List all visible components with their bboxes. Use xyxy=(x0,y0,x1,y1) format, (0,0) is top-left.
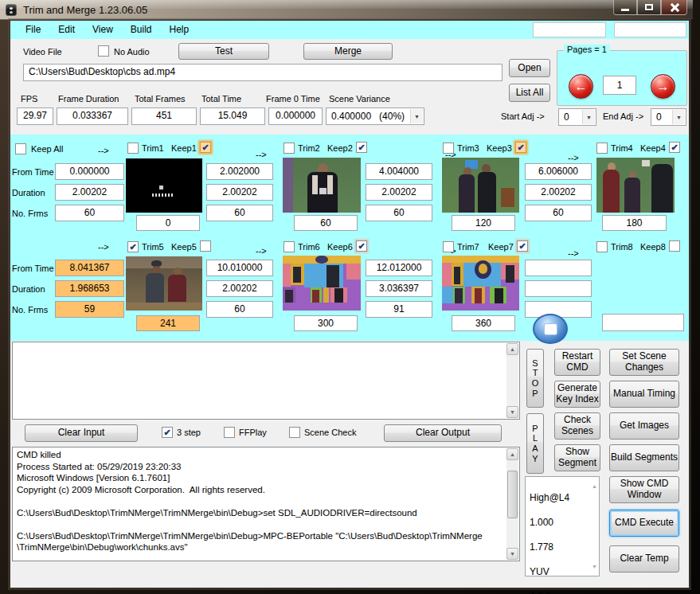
scroll-down-icon[interactable]: ▼ xyxy=(506,406,518,418)
trim4-frames-field[interactable]: 60 xyxy=(525,205,592,221)
input-scrollbar[interactable]: ▲ ▼ xyxy=(506,343,518,418)
keep1-checkbox[interactable]: ✔ xyxy=(200,142,211,153)
trim7-frames-field[interactable]: 91 xyxy=(366,301,432,318)
menu-file[interactable]: File xyxy=(17,21,49,39)
keep6-checkbox[interactable]: ✔ xyxy=(356,240,367,252)
chevron-down-icon[interactable]: ▼ xyxy=(410,109,423,123)
scroll-up-icon[interactable]: ▲ xyxy=(592,480,597,493)
trim5-duration-field[interactable]: 1.968653 xyxy=(55,280,124,297)
trim2-start-frame-field[interactable]: 60 xyxy=(294,215,358,231)
trim1-start-frame-field[interactable]: 0 xyxy=(136,215,200,231)
keep8-checkbox[interactable] xyxy=(669,240,680,252)
trim6-checkbox[interactable] xyxy=(284,241,295,252)
scrollbar-thumb[interactable] xyxy=(507,471,518,518)
three-step-checkbox[interactable]: ✔ xyxy=(162,427,173,438)
trim2-frames-field[interactable]: 60 xyxy=(206,205,273,221)
media-stop-button[interactable] xyxy=(533,314,568,344)
get-images-button[interactable]: Get Images xyxy=(609,412,679,440)
menu-edit[interactable]: Edit xyxy=(49,21,84,39)
set-scene-changes-button[interactable]: Set Scene Changes xyxy=(609,349,679,376)
trim5-start-frame-field[interactable]: 241 xyxy=(136,315,200,331)
menu-field-2[interactable] xyxy=(614,22,686,37)
merge-button[interactable]: Merge xyxy=(303,43,393,60)
end-adj-dropdown[interactable]: 0 ▼ xyxy=(651,108,686,126)
trim6-start-frame-field[interactable]: 300 xyxy=(294,315,358,331)
test-button[interactable]: Test xyxy=(178,43,269,60)
scene-check-checkbox[interactable] xyxy=(289,427,300,438)
menu-field-1[interactable] xyxy=(533,22,606,37)
frame0-time-field[interactable]: 0.000000 xyxy=(268,107,323,125)
keep-all-checkbox[interactable] xyxy=(15,143,26,154)
stop-button[interactable]: S T O P xyxy=(526,349,544,408)
trim3-from-time-field[interactable]: 4.004000 xyxy=(366,163,432,180)
no-audio-checkbox[interactable] xyxy=(98,45,109,57)
trim3-thumbnail[interactable] xyxy=(442,158,519,213)
total-time-field[interactable]: 15.049 xyxy=(200,107,265,125)
output-console[interactable]: CMD killed Process Started at: 05/29/201… xyxy=(12,447,520,561)
frame-duration-field[interactable]: 0.033367 xyxy=(57,107,128,125)
trim5-frames-field[interactable]: 59 xyxy=(55,301,124,318)
minimize-button[interactable] xyxy=(613,0,637,15)
trim8-duration-field[interactable] xyxy=(525,280,592,297)
trim3-duration-field[interactable]: 2.00202 xyxy=(366,184,432,201)
page-number-input[interactable]: 1 xyxy=(603,76,636,95)
trim1-from-time-field[interactable]: 0.000000 xyxy=(55,163,124,180)
trim1-thumbnail[interactable] xyxy=(126,158,202,213)
show-cmd-window-button[interactable]: Show CMD Window xyxy=(609,476,679,503)
restart-cmd-button[interactable]: Restart CMD xyxy=(554,349,600,376)
close-button[interactable] xyxy=(661,0,687,15)
next-page-button[interactable]: → xyxy=(651,74,675,99)
trim4-start-frame-field[interactable]: 180 xyxy=(602,215,667,231)
build-segments-button[interactable]: Build Segments xyxy=(609,444,679,471)
clear-temp-button[interactable]: Clear Temp xyxy=(609,545,679,573)
play-button[interactable]: P L A Y xyxy=(526,413,544,474)
keep3-checkbox[interactable]: ✔ xyxy=(515,142,526,153)
trim7-duration-field[interactable]: 3.036397 xyxy=(366,280,432,297)
trim3-checkbox[interactable] xyxy=(443,143,454,154)
trim4-thumbnail[interactable] xyxy=(596,158,675,213)
menu-help[interactable]: Help xyxy=(161,21,198,39)
start-adj-dropdown[interactable]: 0 ▼ xyxy=(558,108,596,126)
trim1-checkbox[interactable] xyxy=(127,143,139,154)
trim4-checkbox[interactable] xyxy=(596,143,608,154)
keep2-checkbox[interactable]: ✔ xyxy=(356,142,367,153)
trim5-checkbox[interactable]: ✔ xyxy=(127,241,139,252)
ffplay-checkbox[interactable] xyxy=(224,427,235,438)
scroll-up-icon[interactable]: ▲ xyxy=(506,343,518,355)
trim6-thumbnail[interactable] xyxy=(283,256,361,311)
trim2-thumbnail[interactable] xyxy=(283,158,361,213)
trim1-duration-field[interactable]: 2.00202 xyxy=(55,184,124,201)
keep7-checkbox[interactable]: ✔ xyxy=(517,240,528,252)
trim2-checkbox[interactable] xyxy=(284,143,295,154)
clear-output-button[interactable]: Clear Output xyxy=(384,424,502,442)
fps-field[interactable]: 29.97 xyxy=(17,107,53,125)
trim6-from-time-field[interactable]: 10.010000 xyxy=(206,260,273,276)
trim7-thumbnail[interactable] xyxy=(442,256,519,311)
scroll-down-icon[interactable]: ▼ xyxy=(506,548,518,560)
trim7-checkbox[interactable] xyxy=(443,241,454,252)
scroll-down-icon[interactable]: ▼ xyxy=(592,561,597,573)
trim7-from-time-field[interactable]: 12.012000 xyxy=(366,260,432,276)
maximize-button[interactable] xyxy=(637,0,661,15)
video-file-path-input[interactable]: C:\Users\Bud\Desktop\cbs ad.mp4 xyxy=(23,64,503,81)
open-button[interactable]: Open xyxy=(509,59,550,77)
clear-input-button[interactable]: Clear Input xyxy=(25,424,138,442)
trim5-from-time-field[interactable]: 8.041367 xyxy=(55,260,124,276)
keep4-checkbox[interactable]: ✔ xyxy=(669,142,680,153)
scroll-up-icon[interactable]: ▲ xyxy=(506,448,518,460)
menu-view[interactable]: View xyxy=(84,21,122,39)
chevron-down-icon[interactable]: ▼ xyxy=(672,110,685,124)
scene-variance-dropdown[interactable]: 0.400000 (40%) ▼ xyxy=(326,107,424,125)
trim6-frames-field[interactable]: 60 xyxy=(206,301,273,318)
chevron-down-icon[interactable]: ▼ xyxy=(582,110,595,124)
trim3-start-frame-field[interactable]: 120 xyxy=(452,215,515,231)
check-scenes-button[interactable]: Check Scenes xyxy=(554,412,600,440)
media-info-list[interactable]: High@L4 1.000 1.778 YUV 4:2:0 750k ▲ ▼ xyxy=(525,476,600,576)
output-scrollbar[interactable]: ▲ ▼ xyxy=(506,448,518,560)
trim7-start-frame-field[interactable]: 360 xyxy=(452,315,515,331)
trim2-from-time-field[interactable]: 2.002000 xyxy=(206,163,273,180)
trim4-from-time-field[interactable]: 6.006000 xyxy=(525,163,592,180)
input-console[interactable]: ▲ ▼ xyxy=(12,342,520,420)
trim8-from-time-field[interactable] xyxy=(525,260,592,276)
menu-build[interactable]: Build xyxy=(122,21,161,39)
